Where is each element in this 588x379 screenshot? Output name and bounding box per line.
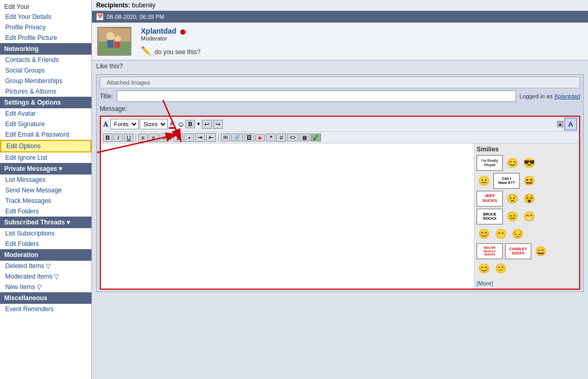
bold-format-button[interactable]: B <box>103 134 112 142</box>
recipients-label: Recipients: <box>96 2 130 9</box>
sidebar-item-profile-privacy[interactable]: Profile Privacy <box>0 22 91 33</box>
post-do-you-see: do you see this? <box>154 48 200 56</box>
sizes-dropdown[interactable]: Sizes <box>140 119 168 129</box>
email-button[interactable]: ✉ <box>221 134 230 141</box>
smiley-9[interactable]: 😊 <box>477 227 491 241</box>
sidebar-header-subscribed-threads: Subscribed Threads ▾ <box>0 217 91 228</box>
smilies-row-1: I'm ReallyStupid 😊 😎 <box>477 155 577 171</box>
post-date: 08-08-2020, 06:39 PM <box>107 14 164 20</box>
image-button[interactable]: 🖼 <box>244 134 254 141</box>
smiley-sign-charley[interactable]: CHARLEYSUCKS <box>505 243 531 259</box>
underline-format-button[interactable]: U <box>124 134 133 142</box>
sidebar-item-edit-folders-pm[interactable]: Edit Folders <box>0 206 91 217</box>
align-center-button[interactable]: ≡ <box>149 134 158 142</box>
dropdown-arrow-bold[interactable]: ▼ <box>196 121 201 127</box>
sidebar-item-group-memberships[interactable]: Group Memberships <box>0 76 91 86</box>
smilies-row-3: JEFFSUCKS 😟 😵 <box>477 191 577 207</box>
smiley-sign-can-i[interactable]: Can IHave It?? <box>493 173 520 189</box>
message-label: Message: <box>97 104 583 114</box>
post-username[interactable]: Xplantdad <box>141 27 177 35</box>
smiley-12[interactable]: 😄 <box>533 244 548 259</box>
sep3 <box>218 134 219 142</box>
hash-button[interactable]: # <box>276 134 286 142</box>
indent-button[interactable]: ⇥ <box>195 133 205 142</box>
edit-your-label: Edit Your <box>0 0 91 12</box>
bold-button[interactable]: B <box>185 120 195 128</box>
align-left-button[interactable]: ≡ <box>138 134 148 142</box>
video-button[interactable]: ▶ <box>255 134 265 141</box>
logged-in-user-link[interactable]: Xplantdad <box>554 93 580 99</box>
format-toggle-button[interactable]: A <box>564 118 577 130</box>
smilies-panel: Smilies I'm ReallyStupid 😊 😎 😐 Can IHave… <box>474 144 579 289</box>
smilies-row-4: BRUCEROCKS 😐 😁 <box>477 209 577 224</box>
smiley-7[interactable]: 😐 <box>505 209 520 224</box>
smiley-2[interactable]: 😎 <box>522 156 537 170</box>
align-right-button[interactable]: ≡ <box>159 134 169 142</box>
font-color-button[interactable]: A <box>169 119 176 129</box>
sidebar-item-pictures-albums[interactable]: Pictures & Albums <box>0 86 91 97</box>
font-format-icon: 𝐀 <box>103 120 108 129</box>
outdent-button[interactable]: ⇤ <box>206 133 216 142</box>
italic-format-button[interactable]: I <box>114 134 123 142</box>
smilies-more-link[interactable]: [More] <box>477 280 577 286</box>
smiley-14[interactable]: 😕 <box>493 261 508 276</box>
sidebar-item-edit-ignore[interactable]: Edit Ignore List <box>0 152 91 163</box>
sidebar-item-edit-email[interactable]: Edit Email & Password <box>0 129 91 140</box>
sidebar-item-edit-avatar[interactable]: Edit Avatar <box>0 108 91 119</box>
recipients-value: bubeniiy <box>132 2 156 9</box>
smiley-11[interactable]: 😔 <box>510 227 525 241</box>
sidebar-item-contacts[interactable]: Contacts & Friends <box>0 55 91 65</box>
smilies-title: Smilies <box>477 146 577 153</box>
compose-wrapper: Attached Images Title: Logged in as Xpla… <box>96 74 584 292</box>
undo-button[interactable]: ↩ <box>202 120 212 129</box>
quote-button[interactable]: ❝ <box>266 134 275 141</box>
smiley-1[interactable]: 😊 <box>505 156 520 170</box>
sidebar-item-new-items[interactable]: New Items ▽ <box>0 282 91 292</box>
post-rank: Moderator <box>141 35 584 42</box>
sidebar-item-list-messages[interactable]: List Messages <box>0 175 91 185</box>
sidebar-item-edit-profile-picture[interactable]: Edit Profile Picture <box>0 33 91 43</box>
title-input[interactable] <box>117 90 517 102</box>
smiley-sign-stupid[interactable]: I'm ReallyStupid <box>477 155 503 171</box>
eraser-button[interactable]: 🖊 <box>311 134 321 141</box>
sidebar-item-moderated-items[interactable]: Moderated Items ▽ <box>0 271 91 282</box>
sidebar-item-edit-details[interactable]: Edit Your Details <box>0 12 91 22</box>
smiley-5[interactable]: 😟 <box>505 191 520 206</box>
unordered-list-button[interactable]: • <box>184 134 194 142</box>
smiley-sign-jeff[interactable]: JEFFSUCKS <box>477 191 503 207</box>
smiley-8[interactable]: 😁 <box>522 209 537 224</box>
post-info: Xplantdad Moderator ✏️ do you see this? <box>137 23 588 60</box>
smiley-3[interactable]: 😐 <box>477 173 491 188</box>
link-button[interactable]: 🔗 <box>231 134 243 141</box>
sidebar-item-event-reminders[interactable]: Event Reminders <box>0 304 91 314</box>
font-dropdown[interactable]: Fonts <box>110 119 139 129</box>
smiley-13[interactable]: 😊 <box>477 261 491 276</box>
sidebar-item-track-messages[interactable]: Track Messages <box>0 196 91 206</box>
editor-toolbar-top: 𝐀 Fonts Sizes A ☺ B ▼ ↩ ↪ ▲ A <box>101 117 579 132</box>
smiley-6[interactable]: 😵 <box>522 191 537 206</box>
scroll-up-arrow[interactable]: ▲ <box>557 121 563 127</box>
sidebar-item-social-groups[interactable]: Social Groups <box>0 65 91 76</box>
smilies-row-7: 😊 😕 <box>477 261 577 276</box>
code-button[interactable]: <> <box>287 134 298 141</box>
sidebar-item-edit-folders-sub[interactable]: Edit Folders <box>0 239 91 249</box>
smiley-4[interactable]: 😆 <box>522 173 537 188</box>
redo-button[interactable]: ↪ <box>213 120 223 129</box>
smilies-row-2: 😐 Can IHave It?? 😆 <box>477 173 577 189</box>
sidebar-item-edit-options[interactable]: Edit Options <box>0 140 91 152</box>
ordered-list-button[interactable]: 1. <box>173 134 183 142</box>
editor-body: Smilies I'm ReallyStupid 😊 😎 😐 Can IHave… <box>101 144 579 289</box>
smiley-button[interactable]: ☺ <box>177 120 184 128</box>
compose-title-row: Title: Logged in as Xplantdad <box>97 88 583 104</box>
avatar-image <box>99 28 130 55</box>
smiley-sign-belair[interactable]: BELAIRREALLY SUCKS <box>477 243 503 259</box>
sidebar-item-edit-signature[interactable]: Edit Signature <box>0 119 91 129</box>
sidebar-item-list-subscriptions[interactable]: List Subscriptions <box>0 228 91 239</box>
smiley-10[interactable]: 😶 <box>493 227 508 241</box>
sep1 <box>136 134 136 142</box>
table-button[interactable]: ▦ <box>300 134 310 141</box>
smiley-sign-bruce[interactable]: BRUCEROCKS <box>477 209 503 224</box>
sidebar-item-send-message[interactable]: Send New Message <box>0 185 91 196</box>
sidebar-item-deleted-items[interactable]: Deleted Items ▽ <box>0 261 91 271</box>
message-textarea[interactable] <box>101 144 474 275</box>
